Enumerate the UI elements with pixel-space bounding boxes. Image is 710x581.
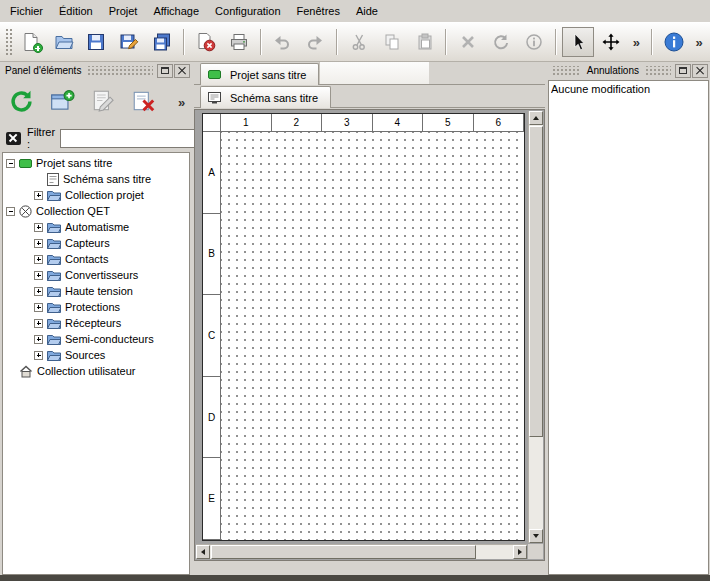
print-button[interactable] bbox=[223, 27, 255, 57]
elements-panel-titlebar[interactable]: Panel d'éléments bbox=[0, 62, 192, 79]
new-file-button[interactable] bbox=[15, 27, 47, 57]
menu-fenetres[interactable]: Fenêtres bbox=[289, 1, 348, 21]
cut-button[interactable] bbox=[343, 27, 375, 57]
schema-icon bbox=[47, 173, 59, 186]
about-button[interactable] bbox=[658, 27, 690, 57]
save-button[interactable] bbox=[81, 27, 113, 57]
rotate-button[interactable] bbox=[485, 27, 517, 57]
open-file-button[interactable] bbox=[48, 27, 80, 57]
delete-element-button[interactable] bbox=[126, 84, 162, 120]
toolbar-handle[interactable] bbox=[5, 28, 12, 56]
tab-schema[interactable]: Schéma sans titre bbox=[200, 86, 331, 108]
menu-configuration[interactable]: Configuration bbox=[207, 1, 288, 21]
properties-info-icon bbox=[524, 32, 544, 52]
tree-item-label: Sources bbox=[65, 349, 105, 361]
new-element-button[interactable] bbox=[44, 84, 80, 120]
tree-item-project[interactable]: Projet sans titre bbox=[3, 155, 189, 171]
expand-icon[interactable] bbox=[34, 255, 43, 264]
chevron-double-right-icon: » bbox=[633, 35, 640, 50]
menu-affichage[interactable]: Affichage bbox=[145, 1, 207, 21]
expand-icon[interactable] bbox=[34, 191, 43, 200]
save-all-button[interactable] bbox=[146, 27, 178, 57]
save-icon bbox=[86, 32, 106, 52]
tree-item-label: Collection QET bbox=[36, 205, 110, 217]
tree-item-semi-conducteurs[interactable]: Semi-conducteurs bbox=[3, 331, 189, 347]
tree-item-capteurs[interactable]: Capteurs bbox=[3, 235, 189, 251]
copy-button[interactable] bbox=[376, 27, 408, 57]
move-arrows-icon bbox=[601, 32, 621, 52]
tree-item-label: Protections bbox=[65, 301, 120, 313]
edit-element-button[interactable] bbox=[85, 84, 121, 120]
float-panel-button[interactable] bbox=[675, 64, 691, 78]
tree-item-sources[interactable]: Sources bbox=[3, 347, 189, 363]
reload-collections-button[interactable] bbox=[3, 84, 39, 120]
move-mode-button[interactable] bbox=[595, 27, 627, 57]
scroll-right-button[interactable] bbox=[513, 545, 527, 559]
right-toolbar-overflow[interactable]: » bbox=[691, 27, 707, 57]
close-panel-button[interactable] bbox=[692, 64, 708, 78]
expand-icon[interactable] bbox=[34, 287, 43, 296]
panel-toolbar-overflow[interactable]: » bbox=[174, 95, 189, 110]
select-mode-button[interactable] bbox=[562, 27, 594, 57]
expand-icon[interactable] bbox=[34, 351, 43, 360]
tree-item-collection-qet[interactable]: Collection QET bbox=[3, 203, 189, 219]
clear-filter-button[interactable] bbox=[5, 128, 22, 148]
tab-project[interactable]: Projet sans titre bbox=[200, 63, 319, 85]
diagram-page[interactable]: 1 2 3 4 5 6 A B C D E bbox=[202, 113, 525, 541]
menu-edition[interactable]: Édition bbox=[51, 1, 101, 21]
row-header: C bbox=[203, 295, 221, 377]
folder-icon bbox=[47, 302, 61, 313]
delete-button[interactable] bbox=[452, 27, 484, 57]
vertical-scrollbar[interactable] bbox=[528, 111, 543, 543]
undo-panel-titlebar[interactable]: Annulations bbox=[547, 62, 710, 79]
info-blue-icon bbox=[663, 31, 685, 53]
save-as-button[interactable] bbox=[113, 27, 145, 57]
menu-projet[interactable]: Projet bbox=[101, 1, 146, 21]
clear-filter-icon bbox=[6, 132, 21, 145]
redo-button[interactable] bbox=[299, 27, 331, 57]
horizontal-scroll-thumb[interactable] bbox=[211, 545, 476, 559]
collapse-icon[interactable] bbox=[6, 207, 15, 216]
undo-button[interactable] bbox=[267, 27, 299, 57]
row-header: B bbox=[203, 214, 221, 296]
diagram-view[interactable]: 1 2 3 4 5 6 A B C D E bbox=[194, 109, 545, 561]
expand-icon[interactable] bbox=[34, 223, 43, 232]
tree-item-recepteurs[interactable]: Récepteurs bbox=[3, 315, 189, 331]
undo-history-list[interactable]: Aucune modification bbox=[548, 80, 709, 575]
float-panel-button[interactable] bbox=[157, 64, 173, 78]
close-file-button[interactable] bbox=[190, 27, 222, 57]
edit-element-icon bbox=[90, 88, 116, 116]
tree-item-collection-projet[interactable]: Collection projet bbox=[3, 187, 189, 203]
expand-icon[interactable] bbox=[34, 239, 43, 248]
tree-item-schema[interactable]: Schéma sans titre bbox=[3, 171, 189, 187]
expand-icon[interactable] bbox=[34, 335, 43, 344]
collapse-icon[interactable] bbox=[6, 159, 15, 168]
tree-item-automatisme[interactable]: Automatisme bbox=[3, 219, 189, 235]
float-icon bbox=[679, 67, 687, 74]
paste-button[interactable] bbox=[409, 27, 441, 57]
tree-item-contacts[interactable]: Contacts bbox=[3, 251, 189, 267]
scroll-up-button[interactable] bbox=[529, 111, 543, 125]
tree-item-haute-tension[interactable]: Haute tension bbox=[3, 283, 189, 299]
tree-item-collection-utilisateur[interactable]: Collection utilisateur bbox=[3, 363, 189, 379]
tree-item-protections[interactable]: Protections bbox=[3, 299, 189, 315]
chevron-double-right-icon: » bbox=[695, 35, 702, 50]
horizontal-scrollbar[interactable] bbox=[196, 544, 527, 559]
elements-panel-title: Panel d'éléments bbox=[2, 65, 84, 76]
scroll-left-button[interactable] bbox=[196, 545, 210, 559]
menu-fichier[interactable]: Fichier bbox=[2, 1, 51, 21]
tree-item-convertisseurs[interactable]: Convertisseurs bbox=[3, 267, 189, 283]
expand-icon[interactable] bbox=[34, 271, 43, 280]
vertical-scroll-thumb[interactable] bbox=[529, 126, 543, 437]
filter-input[interactable] bbox=[60, 129, 210, 148]
project-tab-bar: Projet sans titre bbox=[194, 62, 545, 85]
redo-icon bbox=[305, 32, 325, 52]
expand-icon[interactable] bbox=[34, 319, 43, 328]
menu-aide[interactable]: Aide bbox=[348, 1, 386, 21]
diagram-grid[interactable] bbox=[221, 132, 524, 540]
toolbar-overflow-button[interactable]: » bbox=[627, 27, 645, 57]
properties-button[interactable] bbox=[518, 27, 550, 57]
close-panel-button[interactable] bbox=[174, 64, 190, 78]
expand-icon[interactable] bbox=[34, 303, 43, 312]
scroll-down-button[interactable] bbox=[529, 529, 543, 543]
